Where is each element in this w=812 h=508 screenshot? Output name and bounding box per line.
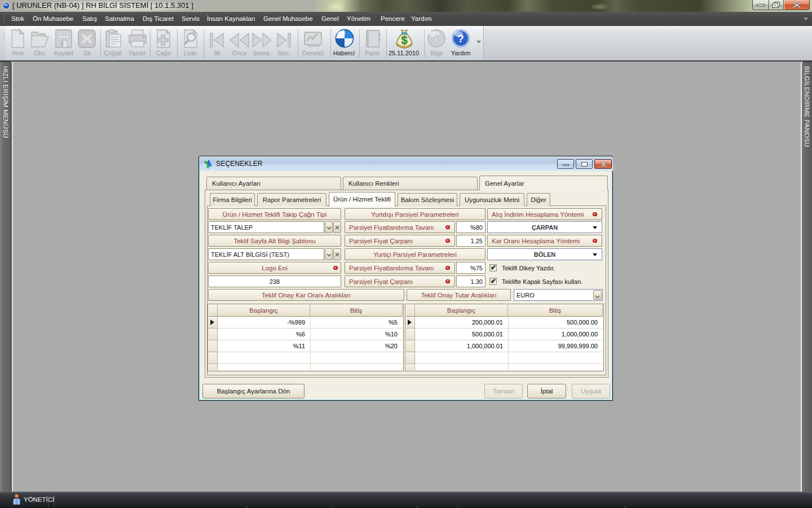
svg-text:$: $ [401,34,407,46]
svg-text:?: ? [457,33,464,45]
svg-text:i: i [435,32,438,46]
